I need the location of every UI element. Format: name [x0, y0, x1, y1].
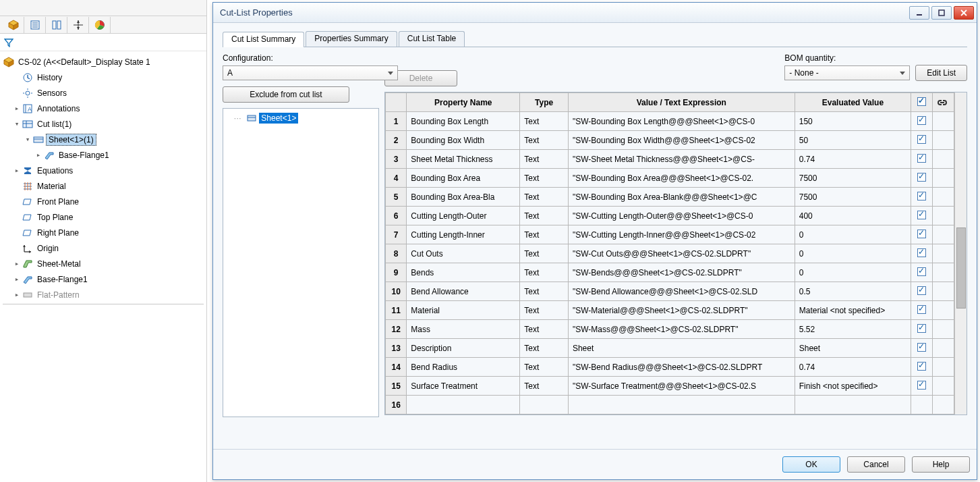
- cell-link[interactable]: [932, 244, 954, 263]
- cell-evaluated[interactable]: 0.74: [795, 358, 911, 377]
- cell-type[interactable]: Text: [520, 112, 569, 131]
- cell-checkbox[interactable]: [911, 169, 932, 188]
- tree-node[interactable]: ▸Flat-Pattern: [0, 287, 206, 302]
- col-rownum[interactable]: [386, 93, 407, 112]
- tree-node[interactable]: ▸AAnnotations: [0, 101, 206, 116]
- table-row[interactable]: 8Cut OutsText"SW-Cut Outs@@@Sheet<1>@CS-…: [386, 244, 954, 263]
- cell-checkbox[interactable]: [911, 377, 932, 396]
- cell-property-name[interactable]: Mass: [407, 320, 520, 339]
- exclude-button[interactable]: Exclude from cut list: [223, 86, 349, 103]
- table-row[interactable]: 15Surface TreatmentText"SW-Surface Treat…: [386, 377, 954, 396]
- cell-property-name[interactable]: Bounding Box Area: [407, 169, 520, 188]
- expand-toggle[interactable]: ▸: [12, 290, 22, 299]
- cell-type[interactable]: Text: [520, 377, 569, 396]
- tab-cut-list-summary[interactable]: Cut List Summary: [223, 32, 304, 47]
- cell-property-name[interactable]: Cut Outs: [407, 244, 520, 263]
- cell-checkbox[interactable]: [911, 301, 932, 320]
- tree-node[interactable]: ▸Sheet-Metal: [0, 256, 206, 271]
- cell-property-name[interactable]: Cutting Length-Inner: [407, 225, 520, 244]
- cell-value[interactable]: "SW-Bounding Box Length@@@Sheet<1>@CS-0: [568, 112, 795, 131]
- cell-value[interactable]: "SW-Cutting Length-Outer@@@Sheet<1>@CS-0: [568, 207, 795, 225]
- cell-property-name[interactable]: Surface Treatment: [407, 377, 520, 396]
- cell-property-name[interactable]: Bend Radius: [407, 358, 520, 377]
- table-row[interactable]: 12MassText"SW-Mass@@@Sheet<1>@CS-02.SLDP…: [386, 320, 954, 339]
- table-row[interactable]: 16: [386, 396, 954, 414]
- cell-link[interactable]: [932, 188, 954, 207]
- cell-link[interactable]: [932, 131, 954, 150]
- help-button[interactable]: Help: [912, 456, 970, 473]
- col-evaluated[interactable]: Evaluated Value: [795, 93, 911, 112]
- cell-property-name[interactable]: Description: [407, 339, 520, 358]
- cell-link[interactable]: [932, 282, 954, 301]
- cell-type[interactable]: Text: [520, 320, 569, 339]
- cell-value[interactable]: "SW-Material@@@Sheet<1>@CS-02.SLDPRT": [568, 301, 795, 320]
- scrollbar-thumb[interactable]: [956, 227, 966, 309]
- table-row[interactable]: 2Bounding Box WidthText"SW-Bounding Box …: [386, 131, 954, 150]
- tree-node[interactable]: Right Plane: [0, 225, 206, 240]
- cell-value[interactable]: "SW-Cut Outs@@@Sheet<1>@CS-02.SLDPRT": [568, 244, 795, 263]
- cell-evaluated[interactable]: 0.5: [795, 282, 911, 301]
- tree-tab-config-manager[interactable]: [46, 17, 67, 33]
- cell-value[interactable]: "SW-Surface Treatment@@@Sheet<1>@CS-02.S: [568, 377, 795, 396]
- cell-link[interactable]: [932, 112, 954, 131]
- tree-node[interactable]: History: [0, 70, 206, 85]
- expand-toggle[interactable]: ▾: [23, 135, 32, 144]
- close-button[interactable]: [954, 6, 974, 20]
- cell-link[interactable]: [932, 320, 954, 339]
- tree-node[interactable]: ▾Sheet<1>(1): [0, 132, 206, 147]
- cell-value[interactable]: "SW-Bends@@@Sheet<1>@CS-02.SLDPRT": [568, 263, 795, 282]
- cell-link[interactable]: [932, 301, 954, 320]
- cell-evaluated[interactable]: Finish <not specified>: [795, 377, 911, 396]
- cell-evaluated[interactable]: Material <not specified>: [795, 301, 911, 320]
- tree-node[interactable]: Origin: [0, 240, 206, 256]
- cell-checkbox[interactable]: [911, 207, 932, 225]
- tree-node[interactable]: ▸Equations: [0, 163, 206, 178]
- cell-evaluated[interactable]: 5.52: [795, 320, 911, 339]
- expand-toggle[interactable]: ▸: [12, 259, 22, 268]
- tree-tab-property-manager[interactable]: [24, 17, 46, 33]
- cell-checkbox[interactable]: [911, 244, 932, 263]
- cell-property-name[interactable]: Bend Allowance: [407, 282, 520, 301]
- cell-link[interactable]: [932, 263, 954, 282]
- cell-link[interactable]: [932, 169, 954, 188]
- tree-node[interactable]: Top Plane: [0, 209, 206, 225]
- cell-checkbox[interactable]: [911, 263, 932, 282]
- cell-property-name[interactable]: Sheet Metal Thickness: [407, 150, 520, 169]
- cell-checkbox[interactable]: [911, 225, 932, 244]
- configuration-combo[interactable]: A: [223, 65, 398, 80]
- cell-property-name[interactable]: Material: [407, 301, 520, 320]
- cell-checkbox[interactable]: [911, 282, 932, 301]
- cell-property-name[interactable]: Cutting Length-Outer: [407, 207, 520, 225]
- cell-link[interactable]: [932, 207, 954, 225]
- cell-type[interactable]: Text: [520, 131, 569, 150]
- expand-toggle[interactable]: ▸: [12, 166, 22, 175]
- cell-evaluated[interactable]: 7500: [795, 169, 911, 188]
- cell-value[interactable]: "SW-Bend Allowance@@@Sheet<1>@CS-02.SLD: [568, 282, 795, 301]
- cut-list-items-listbox[interactable]: ··· Sheet<1>: [223, 108, 379, 417]
- cell-checkbox[interactable]: [911, 358, 932, 377]
- table-row[interactable]: 1Bounding Box LengthText"SW-Bounding Box…: [386, 112, 954, 131]
- table-row[interactable]: 14Bend RadiusText"SW-Bend Radius@@@Sheet…: [386, 358, 954, 377]
- cell-checkbox[interactable]: [911, 188, 932, 207]
- list-item[interactable]: ··· Sheet<1>: [225, 111, 377, 125]
- cell-checkbox[interactable]: [911, 339, 932, 358]
- cell-type[interactable]: Text: [520, 358, 569, 377]
- table-row[interactable]: 6Cutting Length-OuterText"SW-Cutting Len…: [386, 207, 954, 225]
- cell-property-name[interactable]: Bounding Box Width: [407, 131, 520, 150]
- cell-type[interactable]: Text: [520, 301, 569, 320]
- cell-link[interactable]: [932, 377, 954, 396]
- cell-evaluated[interactable]: 7500: [795, 188, 911, 207]
- tab-properties-summary[interactable]: Properties Summary: [306, 31, 397, 47]
- tree-node[interactable]: ▸Base-Flange1: [0, 271, 206, 287]
- tree-filter-row[interactable]: [0, 34, 206, 51]
- tree-node[interactable]: Front Plane: [0, 194, 206, 209]
- cell-property-name[interactable]: Bends: [407, 263, 520, 282]
- col-property-name[interactable]: Property Name: [407, 93, 520, 112]
- cell-link[interactable]: [932, 358, 954, 377]
- cell-evaluated[interactable]: 0: [795, 263, 911, 282]
- cell-checkbox[interactable]: [911, 112, 932, 131]
- cell-property-name[interactable]: Bounding Box Length: [407, 112, 520, 131]
- col-value[interactable]: Value / Text Expression: [568, 93, 795, 112]
- expand-toggle[interactable]: ▸: [12, 104, 22, 113]
- tree-root[interactable]: CS-02 (A<<Default>_Display State 1: [0, 54, 206, 70]
